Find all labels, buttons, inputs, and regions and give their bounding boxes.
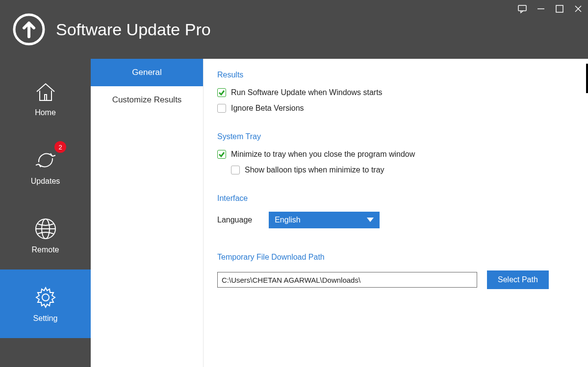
svg-point-9 xyxy=(42,294,49,301)
section-title-system-tray: System Tray xyxy=(217,132,574,141)
app-window: Software Update Pro Home xyxy=(0,0,588,367)
maximize-icon[interactable] xyxy=(555,4,564,14)
dropdown-value: English xyxy=(275,216,300,224)
checkbox-balloon-tips[interactable] xyxy=(231,166,240,174)
checkbox-row-minimize-tray: Minimize to tray when you close the prog… xyxy=(217,150,574,159)
globe-icon xyxy=(33,216,58,242)
sidebar-item-label: Home xyxy=(35,108,56,117)
checkbox-row-run-on-start: Run Software Update when Windows starts xyxy=(217,88,574,97)
select-path-button[interactable]: Select Path xyxy=(487,270,549,289)
checkbox-row-ignore-beta: Ignore Beta Versions xyxy=(217,104,574,113)
language-row: Language English xyxy=(217,212,574,228)
svg-rect-1 xyxy=(518,5,526,11)
app-title: Software Update Pro xyxy=(56,20,211,39)
sidebar-item-label: Updates xyxy=(31,177,60,186)
gear-icon xyxy=(33,285,58,310)
minimize-icon[interactable] xyxy=(536,4,546,14)
sidebar-item-remote[interactable]: Remote xyxy=(0,201,91,269)
subnav: General Customize Results xyxy=(91,59,204,367)
checkbox-run-on-start[interactable] xyxy=(217,88,226,97)
svg-rect-3 xyxy=(556,5,563,12)
sidebar: Home 2 Updates xyxy=(0,59,91,367)
section-title-interface: Interface xyxy=(217,194,574,203)
svg-marker-10 xyxy=(367,218,374,222)
sync-icon xyxy=(33,147,58,173)
subnav-item-general[interactable]: General xyxy=(91,59,203,86)
window-controls xyxy=(517,4,583,14)
sidebar-item-label: Remote xyxy=(31,245,59,254)
checkbox-label: Show balloon tips when minimize to tray xyxy=(245,166,384,174)
content-panel: Results Run Software Update when Windows… xyxy=(204,59,588,367)
chevron-down-icon xyxy=(367,216,374,224)
sidebar-item-updates[interactable]: 2 Updates xyxy=(0,132,91,201)
checkbox-label: Run Software Update when Windows starts xyxy=(231,88,383,97)
language-label: Language xyxy=(217,216,252,224)
feedback-icon[interactable] xyxy=(517,4,527,14)
section-title-download-path: Temporary File Download Path xyxy=(217,253,574,262)
scrollbar-hint xyxy=(586,64,588,93)
checkbox-label: Minimize to tray when you close the prog… xyxy=(231,150,415,159)
sidebar-item-setting[interactable]: Setting xyxy=(0,269,91,338)
download-path-row: Select Path xyxy=(217,270,574,289)
language-dropdown[interactable]: English xyxy=(269,212,380,228)
section-title-results: Results xyxy=(217,71,574,79)
download-path-input[interactable] xyxy=(217,272,477,288)
app-logo-icon xyxy=(12,12,46,47)
checkbox-row-balloon-tips: Show balloon tips when minimize to tray xyxy=(231,166,574,174)
titlebar: Software Update Pro xyxy=(0,0,588,59)
sidebar-item-label: Setting xyxy=(33,314,58,323)
checkbox-minimize-tray[interactable] xyxy=(217,150,226,159)
checkbox-ignore-beta[interactable] xyxy=(217,104,226,113)
home-icon xyxy=(33,79,58,104)
subnav-item-customize[interactable]: Customize Results xyxy=(91,86,203,114)
close-icon[interactable] xyxy=(573,4,583,14)
sidebar-item-home[interactable]: Home xyxy=(0,64,91,132)
updates-badge: 2 xyxy=(54,141,66,153)
checkbox-label: Ignore Beta Versions xyxy=(231,104,304,113)
body: Home 2 Updates xyxy=(0,59,588,367)
